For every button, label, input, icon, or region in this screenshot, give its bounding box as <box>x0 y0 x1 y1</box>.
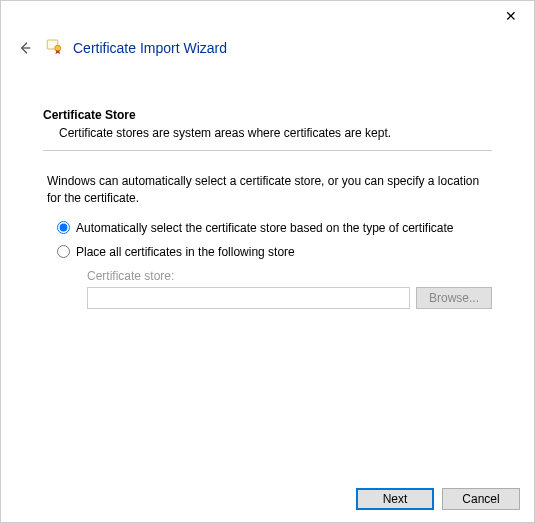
titlebar: ✕ <box>1 1 534 31</box>
store-input <box>87 287 410 309</box>
svg-point-2 <box>55 45 61 51</box>
section-heading: Certificate Store <box>43 108 492 122</box>
option-manual-label: Place all certificates in the following … <box>76 245 295 259</box>
option-manual-radio[interactable] <box>57 245 70 258</box>
certificate-icon <box>45 37 63 58</box>
divider <box>43 150 492 151</box>
option-auto[interactable]: Automatically select the certificate sto… <box>57 221 492 235</box>
description-text: Windows can automatically select a certi… <box>43 173 492 207</box>
footer: Next Cancel <box>1 476 534 522</box>
store-input-row: Browse... <box>87 287 492 309</box>
close-button[interactable]: ✕ <box>496 4 526 28</box>
browse-button: Browse... <box>416 287 492 309</box>
store-section: Certificate store: Browse... <box>57 269 492 309</box>
cancel-button[interactable]: Cancel <box>442 488 520 510</box>
close-icon: ✕ <box>505 8 517 24</box>
back-arrow-icon <box>17 40 33 56</box>
store-label: Certificate store: <box>87 269 492 283</box>
option-auto-label: Automatically select the certificate sto… <box>76 221 454 235</box>
option-auto-radio[interactable] <box>57 221 70 234</box>
section-subtext: Certificate stores are system areas wher… <box>59 126 492 140</box>
wizard-title: Certificate Import Wizard <box>73 40 227 56</box>
next-button[interactable]: Next <box>356 488 434 510</box>
content-area: Certificate Store Certificate stores are… <box>1 68 534 309</box>
wizard-header: Certificate Import Wizard <box>1 31 534 68</box>
store-option-group: Automatically select the certificate sto… <box>43 221 492 309</box>
option-manual[interactable]: Place all certificates in the following … <box>57 245 492 259</box>
back-button[interactable] <box>15 38 35 58</box>
